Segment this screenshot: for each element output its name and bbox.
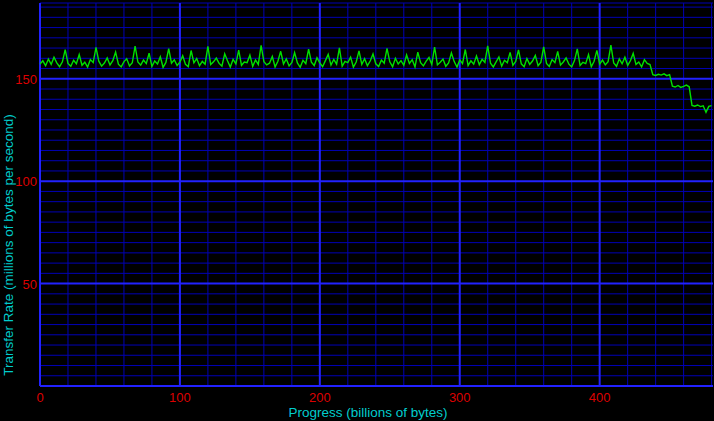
y-tick-label: 150 [15,72,37,87]
x-axis-tick-labels: 0100200300400 [36,390,610,405]
y-tick-label: 100 [15,174,37,189]
x-tick-label: 300 [449,390,471,405]
y-axis-tick-labels: 50100150 [15,72,37,292]
y-axis-title: Transfer Rate (millions of bytes per sec… [1,114,16,375]
grid-major-lines [40,3,713,386]
grid-minor-lines [40,3,713,386]
x-tick-label: 100 [169,390,191,405]
x-tick-label: 400 [589,390,611,405]
benchmark-graph-panel: 0100200300400 50100150 Progress (billion… [0,0,714,421]
x-tick-label: 200 [309,390,331,405]
transfer-rate-chart: 0100200300400 50100150 Progress (billion… [0,0,714,421]
x-axis-title: Progress (billions of bytes) [288,405,447,420]
y-tick-label: 50 [23,277,37,292]
x-tick-label: 0 [36,390,43,405]
